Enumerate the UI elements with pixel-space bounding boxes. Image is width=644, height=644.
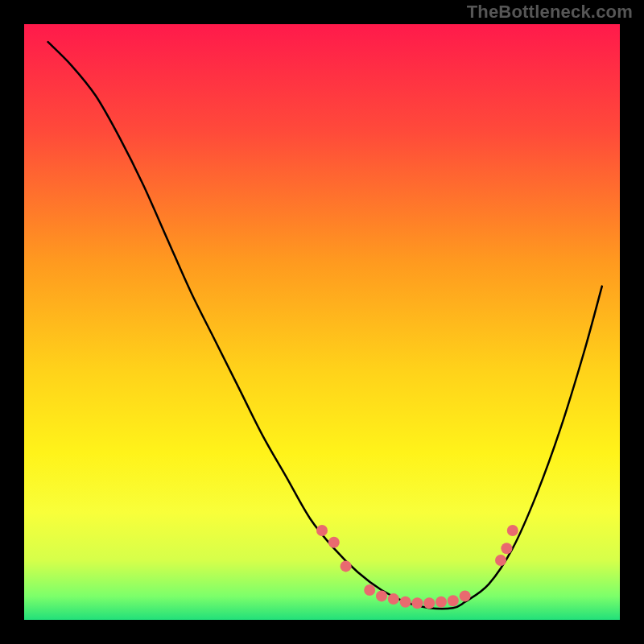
highlight-dot: [436, 597, 447, 608]
chart-frame: TheBottleneck.com: [0, 0, 644, 644]
highlight-dot: [341, 560, 352, 572]
highlight-dot: [507, 525, 518, 536]
highlight-dot: [411, 597, 423, 609]
highlight-dot: [400, 597, 411, 608]
highlight-dot: [423, 597, 435, 609]
highlight-dot: [388, 593, 399, 605]
highlight-dot: [460, 590, 471, 601]
highlight-dot: [501, 543, 512, 554]
highlight-dot: [316, 525, 328, 536]
highlight-dot: [376, 590, 387, 601]
highlight-dot: [495, 555, 506, 566]
highlight-dot: [448, 595, 459, 606]
highlight-dot: [328, 537, 340, 548]
chart-svg: [0, 0, 644, 644]
watermark-text: TheBottleneck.com: [467, 2, 633, 23]
highlight-dot: [364, 584, 375, 596]
